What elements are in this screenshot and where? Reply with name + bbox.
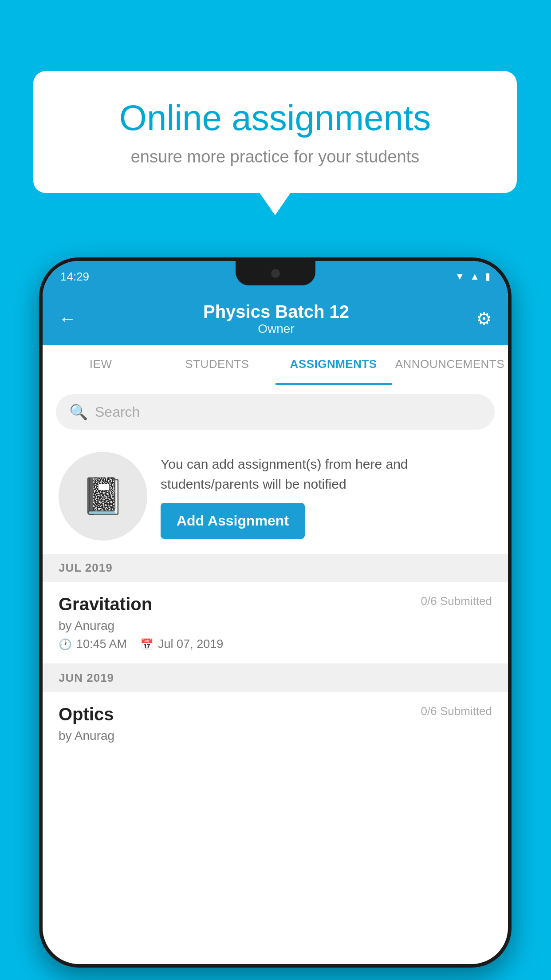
speech-bubble-container: Online assignments ensure more practice …	[33, 71, 517, 193]
tab-announcements[interactable]: ANNOUNCEMENTS	[392, 345, 508, 385]
assignment-item-gravitation[interactable]: Gravitation 0/6 Submitted by Anurag 🕐 10…	[43, 582, 508, 664]
assignment-name: Gravitation	[59, 594, 152, 614]
assignment-name-optics: Optics	[59, 704, 114, 724]
status-time: 14:29	[60, 270, 89, 284]
assignment-top-row: Gravitation 0/6 Submitted	[59, 594, 492, 614]
phone-frame: 14:29 ▼ ▲ ▮ ← Physics Batch 12 Owner ⚙ I…	[39, 257, 512, 968]
assignment-meta: 🕐 10:45 AM 📅 Jul 07, 2019	[59, 637, 492, 651]
assignment-submitted-optics: 0/6 Submitted	[421, 704, 492, 718]
status-icons: ▼ ▲ ▮	[455, 271, 490, 282]
promo-icon-circle: 📓	[59, 452, 147, 541]
tab-iew[interactable]: IEW	[43, 345, 159, 385]
tab-students[interactable]: STUDENTS	[159, 345, 275, 385]
assignment-top-row-optics: Optics 0/6 Submitted	[59, 704, 492, 724]
speech-bubble-subtitle: ensure more practice for your students	[64, 147, 486, 166]
promo-text: You can add assignment(s) from here and …	[161, 454, 492, 494]
add-assignment-promo: 📓 You can add assignment(s) from here an…	[43, 439, 508, 554]
speech-bubble: Online assignments ensure more practice …	[33, 71, 517, 193]
settings-icon[interactable]: ⚙	[476, 308, 492, 329]
assignment-date: 📅 Jul 07, 2019	[140, 637, 223, 651]
wifi-icon: ▼	[455, 271, 464, 282]
header-title: Physics Batch 12	[203, 302, 349, 322]
add-assignment-button[interactable]: Add Assignment	[161, 503, 305, 539]
status-bar: 14:29 ▼ ▲ ▮	[43, 261, 508, 292]
search-bar[interactable]: 🔍 Search	[56, 394, 495, 430]
section-header-jun: JUN 2019	[43, 664, 508, 692]
assignment-item-optics[interactable]: Optics 0/6 Submitted by Anurag	[43, 692, 508, 760]
search-input-placeholder: Search	[95, 404, 140, 420]
header-center: Physics Batch 12 Owner	[203, 302, 349, 336]
header-subtitle: Owner	[203, 322, 349, 336]
assignment-author-optics: by Anurag	[59, 729, 492, 743]
speech-bubble-title: Online assignments	[64, 98, 486, 138]
notch	[236, 261, 315, 285]
app-header: ← Physics Batch 12 Owner ⚙	[43, 292, 508, 345]
signal-icon: ▲	[470, 271, 480, 282]
phone-inner: 14:29 ▼ ▲ ▮ ← Physics Batch 12 Owner ⚙ I…	[43, 261, 508, 964]
clock-icon: 🕐	[59, 638, 72, 651]
assignment-time: 🕐 10:45 AM	[59, 637, 127, 651]
back-button[interactable]: ←	[59, 309, 76, 329]
assignment-author: by Anurag	[59, 619, 492, 633]
promo-right: You can add assignment(s) from here and …	[161, 454, 492, 539]
search-bar-container: 🔍 Search	[43, 385, 508, 439]
notebook-icon: 📓	[81, 475, 125, 517]
assignment-submitted: 0/6 Submitted	[421, 594, 492, 608]
tab-bar: IEW STUDENTS ASSIGNMENTS ANNOUNCEMENTS	[43, 345, 508, 385]
search-icon: 🔍	[69, 403, 88, 421]
battery-icon: ▮	[485, 271, 490, 282]
calendar-icon: 📅	[140, 638, 153, 651]
tab-assignments[interactable]: ASSIGNMENTS	[276, 345, 392, 385]
section-header-jul: JUL 2019	[43, 554, 508, 582]
camera	[271, 269, 280, 278]
